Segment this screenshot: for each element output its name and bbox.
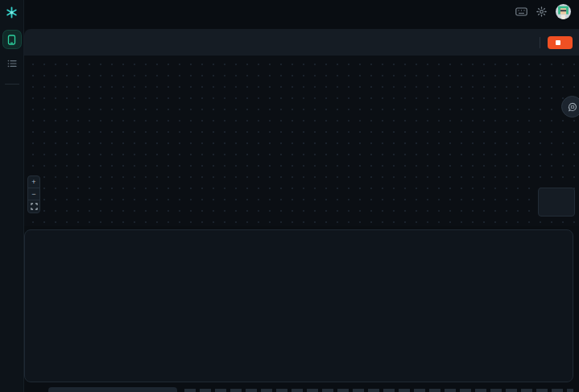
funnel-chart: [51, 241, 563, 368]
bitdrift-logo-icon[interactable]: [5, 5, 19, 19]
phone-icon: [7, 35, 16, 45]
next-panel-edge: [48, 385, 579, 392]
stop-workflow-button[interactable]: [548, 36, 573, 49]
main-area: + −: [24, 0, 579, 392]
list-icon: [7, 60, 17, 68]
app-window: + −: [0, 0, 579, 392]
canvas-minimap[interactable]: [538, 188, 575, 217]
header-divider: [540, 37, 540, 48]
chat-bubble-icon: [568, 102, 577, 112]
stop-icon: [556, 40, 560, 45]
workflow-header: [24, 29, 579, 56]
user-avatar[interactable]: [556, 4, 571, 19]
feedback-chat-button[interactable]: [561, 96, 579, 118]
next-panel-columns: [184, 389, 573, 392]
topbar: [24, 0, 579, 29]
new-tab-button[interactable]: [44, 14, 60, 29]
zoom-out-button[interactable]: −: [28, 188, 39, 200]
zoom-in-button[interactable]: +: [28, 176, 39, 188]
settings-gear-icon[interactable]: [536, 6, 547, 17]
sidebar-item-devices[interactable]: [3, 31, 21, 48]
left-rail: [0, 0, 24, 392]
sidebar-item-logs[interactable]: [3, 55, 21, 72]
keyboard-icon[interactable]: [515, 7, 527, 16]
next-panel-tab[interactable]: [48, 387, 177, 392]
workflow-canvas[interactable]: + −: [24, 56, 579, 226]
fit-view-button[interactable]: [28, 200, 39, 213]
funnel-panel: [24, 229, 573, 382]
canvas-zoom-controls: + −: [27, 175, 40, 213]
rail-divider: [5, 84, 19, 85]
